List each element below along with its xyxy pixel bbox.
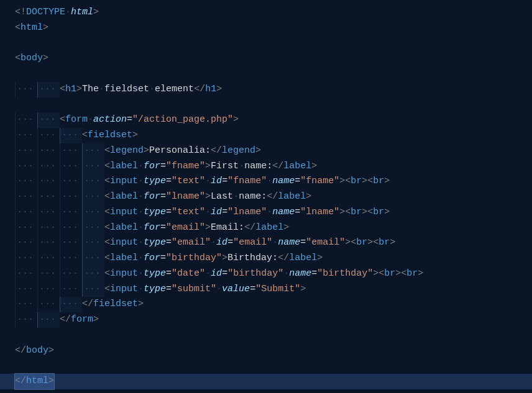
indent-guides: ········· bbox=[0, 297, 82, 312]
whitespace-dot: ··· bbox=[16, 284, 34, 294]
indent-guide: ··· bbox=[60, 235, 82, 251]
token-punct: > bbox=[311, 159, 317, 174]
token-string: "text" bbox=[172, 205, 205, 220]
code-line[interactable]: ············<input·type="submit"·value="… bbox=[0, 282, 532, 297]
whitespace-dot: · bbox=[205, 266, 211, 282]
code-line[interactable]: ············<label·for="fname">First·nam… bbox=[0, 159, 532, 174]
token-string: "email" bbox=[172, 235, 211, 251]
whitespace-dot: · bbox=[138, 205, 144, 220]
whitespace-dot: ··· bbox=[83, 222, 101, 233]
indent-guides: ············ bbox=[0, 205, 104, 220]
token-punct: > bbox=[384, 174, 390, 189]
token-text: First bbox=[211, 159, 239, 174]
token-attr-eq: = bbox=[227, 235, 233, 251]
whitespace-dot: ··· bbox=[16, 191, 34, 202]
token-attr-name: for bbox=[144, 251, 160, 266]
token-punct: < bbox=[104, 251, 110, 266]
token-tag: br bbox=[351, 174, 362, 189]
token-attr-name: name bbox=[272, 174, 295, 189]
token-tag: body bbox=[21, 51, 43, 66]
whitespace-dot: ··· bbox=[16, 114, 34, 125]
indent-guide: ··· bbox=[60, 159, 82, 174]
token-punct: < bbox=[378, 266, 384, 282]
token-punct: > bbox=[373, 266, 378, 282]
whitespace-dot: ··· bbox=[16, 253, 34, 263]
token-tag: html bbox=[26, 376, 48, 386]
whitespace-dot: ··· bbox=[16, 145, 34, 156]
code-line[interactable]: ············<input·type="date"·id="birth… bbox=[0, 266, 532, 282]
code-line[interactable]: ······</form> bbox=[0, 312, 532, 328]
token-attr-eq: = bbox=[127, 112, 132, 128]
token-attr-name: id bbox=[211, 266, 222, 282]
token-punct: </ bbox=[82, 297, 93, 312]
code-line[interactable]: ······<form·action="/action_page.php"> bbox=[0, 112, 532, 128]
code-line[interactable]: ············<label·for="birthday">Birthd… bbox=[0, 251, 532, 266]
code-line[interactable]: ·········</fieldset> bbox=[0, 297, 532, 312]
token-punct: > bbox=[339, 174, 345, 189]
token-attr-eq: = bbox=[166, 266, 172, 282]
indent-guide: ··· bbox=[60, 297, 82, 312]
token-punct: < bbox=[104, 174, 110, 189]
token-string: "text" bbox=[172, 174, 205, 189]
code-line[interactable]: ············<input·type="email"·id="emai… bbox=[0, 235, 532, 251]
token-attr-eq: = bbox=[160, 251, 166, 266]
code-line[interactable]: </html> bbox=[0, 374, 532, 389]
whitespace-dot: ··· bbox=[83, 161, 101, 171]
whitespace-dot: · bbox=[138, 235, 144, 251]
indent-guides: ······ bbox=[0, 312, 60, 328]
code-line[interactable] bbox=[0, 358, 532, 374]
whitespace-dot: ··· bbox=[60, 145, 78, 156]
code-line[interactable] bbox=[0, 328, 532, 343]
token-string: "submit" bbox=[172, 282, 216, 297]
token-punct: > bbox=[283, 220, 289, 236]
indent-guide: ··· bbox=[82, 282, 104, 297]
indent-guide: ··· bbox=[37, 235, 60, 251]
whitespace-dot: ··· bbox=[38, 207, 56, 217]
whitespace-dot: ··· bbox=[16, 176, 34, 186]
token-punct: > bbox=[144, 143, 149, 159]
token-tag: input bbox=[110, 282, 138, 297]
token-tag: form bbox=[71, 312, 93, 328]
indent-guide: ··· bbox=[60, 266, 82, 282]
token-string: "fname" bbox=[300, 174, 339, 189]
indent-guides: ······ bbox=[0, 112, 60, 128]
code-line[interactable] bbox=[0, 36, 532, 52]
code-line[interactable]: ············<input·type="text"·id="lname… bbox=[0, 205, 532, 220]
code-line[interactable]: ············<legend>Personalia:</legend> bbox=[0, 143, 532, 159]
token-punct: </ bbox=[244, 220, 255, 236]
whitespace-dot: ··· bbox=[16, 268, 34, 279]
code-line[interactable] bbox=[0, 66, 532, 82]
indent-guide: ··· bbox=[15, 312, 37, 328]
token-attr-eq: = bbox=[295, 174, 300, 189]
indent-guide: ··· bbox=[60, 251, 82, 266]
token-punct: > bbox=[339, 205, 345, 220]
code-line[interactable] bbox=[0, 97, 532, 113]
token-punct: > bbox=[317, 251, 323, 266]
token-string: "email" bbox=[233, 235, 272, 251]
code-line[interactable]: ·········<fieldset> bbox=[0, 128, 532, 143]
whitespace-dot: ··· bbox=[16, 222, 34, 233]
indent-guide: ··· bbox=[37, 312, 60, 328]
code-line[interactable]: <body> bbox=[0, 51, 532, 66]
code-line[interactable]: ············<input·type="text"·id="fname… bbox=[0, 174, 532, 189]
token-tag: br bbox=[378, 235, 390, 251]
code-line[interactable]: ············<label·for="email">Email:</l… bbox=[0, 220, 532, 236]
indent-guide: ··· bbox=[15, 220, 37, 236]
whitespace-dot: · bbox=[205, 174, 211, 189]
code-editor[interactable]: <!DOCTYPE·html><html><body>······<h1>The… bbox=[0, 5, 532, 389]
token-string: "lname" bbox=[227, 205, 267, 220]
token-tag: br bbox=[373, 205, 384, 220]
token-punct: > bbox=[345, 235, 351, 251]
token-attr-name: id bbox=[211, 205, 222, 220]
code-line[interactable]: <html> bbox=[0, 20, 532, 36]
code-line[interactable]: ············<label·for="lname">Last·name… bbox=[0, 189, 532, 205]
code-line[interactable]: </body> bbox=[0, 343, 532, 359]
whitespace-dot: ··· bbox=[83, 145, 101, 156]
token-punct: < bbox=[373, 235, 378, 251]
whitespace-dot: · bbox=[267, 205, 272, 220]
token-doctype-name: html bbox=[71, 5, 93, 20]
whitespace-dot: · bbox=[138, 251, 144, 266]
token-punct: < bbox=[104, 266, 110, 282]
code-line[interactable]: <!DOCTYPE·html> bbox=[0, 5, 532, 20]
code-line[interactable]: ······<h1>The·fieldset·element</h1> bbox=[0, 82, 532, 97]
